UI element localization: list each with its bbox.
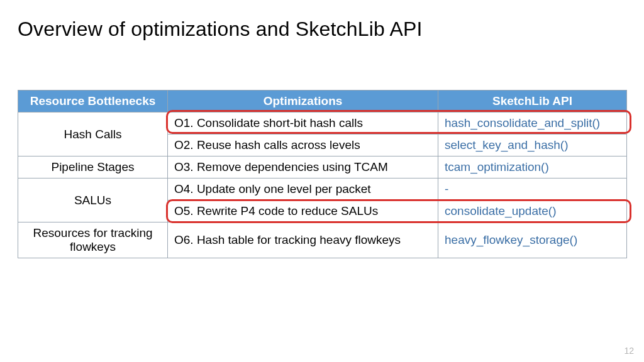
- cell-api: hash_consolidate_and_split(): [438, 112, 627, 134]
- cell-api: heavy_flowkey_storage(): [438, 222, 627, 258]
- optimization-table: Resource Bottlenecks Optimizations Sketc…: [18, 90, 627, 258]
- table-row: Resources for tracking flowkeys O6. Hash…: [18, 222, 627, 258]
- header-optimizations: Optimizations: [168, 90, 438, 112]
- cell-optimization: O2. Reuse hash calls across levels: [168, 134, 438, 156]
- cell-api: tcam_optimization(): [438, 156, 627, 178]
- cell-api: select_key_and_hash(): [438, 134, 627, 156]
- page-title: Overview of optimizations and SketchLib …: [18, 18, 626, 41]
- table-wrap: Resource Bottlenecks Optimizations Sketc…: [18, 90, 626, 258]
- table-row: Pipeline Stages O3. Remove dependencies …: [18, 156, 627, 178]
- table-row: Hash Calls O1. Consolidate short-bit has…: [18, 112, 627, 134]
- header-bottlenecks: Resource Bottlenecks: [18, 90, 168, 112]
- cell-optimization: O3. Remove dependencies using TCAM: [168, 156, 438, 178]
- cell-optimization: O4. Update only one level per packet: [168, 178, 438, 200]
- cell-bottleneck: Pipeline Stages: [18, 156, 168, 178]
- cell-optimization: O5. Rewrite P4 code to reduce SALUs: [168, 200, 438, 222]
- slide: Overview of optimizations and SketchLib …: [0, 0, 644, 362]
- table-row: SALUs O4. Update only one level per pack…: [18, 178, 627, 200]
- cell-api: consolidate_update(): [438, 200, 627, 222]
- cell-bottleneck: Hash Calls: [18, 112, 168, 156]
- table-header-row: Resource Bottlenecks Optimizations Sketc…: [18, 90, 627, 112]
- cell-optimization: O1. Consolidate short-bit hash calls: [168, 112, 438, 134]
- page-number: 12: [624, 346, 634, 356]
- cell-bottleneck: Resources for tracking flowkeys: [18, 222, 168, 258]
- cell-api: -: [438, 178, 627, 200]
- cell-optimization: O6. Hash table for tracking heavy flowke…: [168, 222, 438, 258]
- header-api: SketchLib API: [438, 90, 627, 112]
- cell-bottleneck: SALUs: [18, 178, 168, 222]
